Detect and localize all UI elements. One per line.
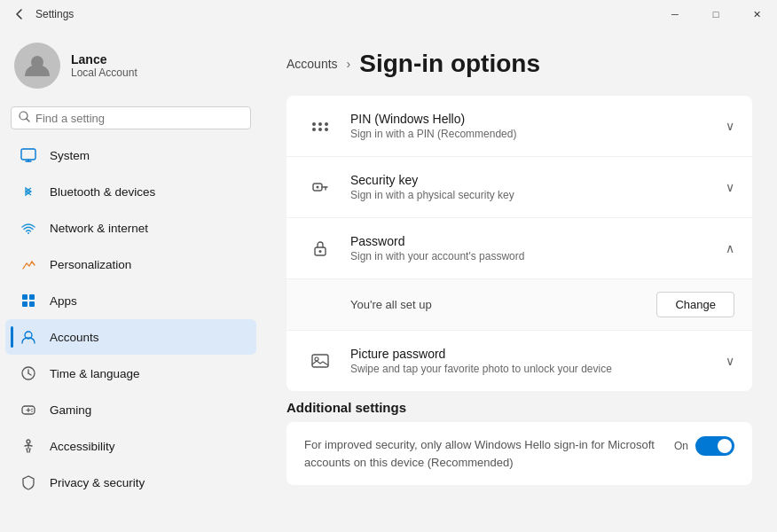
svg-point-24 — [312, 128, 316, 131]
user-profile[interactable]: Lance Local Account — [0, 28, 262, 103]
search-box[interactable] — [11, 106, 251, 129]
sidebar-item-bluetooth-label: Bluetooth & devices — [50, 185, 155, 199]
sidebar-item-accessibility-label: Accessibility — [50, 440, 115, 453]
pin-chevron: ∨ — [726, 119, 734, 133]
main-content: Accounts › Sign-in options — [262, 28, 777, 532]
breadcrumb[interactable]: Accounts — [286, 57, 338, 71]
svg-rect-8 — [29, 294, 35, 300]
additional-settings-card: For improved security, only allow Window… — [286, 422, 752, 485]
sidebar-item-gaming[interactable]: Gaming — [5, 392, 256, 427]
breadcrumb-separator: › — [347, 57, 351, 71]
svg-rect-33 — [312, 355, 328, 367]
network-icon — [20, 219, 37, 237]
svg-point-32 — [319, 250, 322, 253]
user-info: Lance Local Account — [71, 52, 137, 79]
titlebar-title: Settings — [35, 8, 74, 20]
search-input[interactable] — [35, 112, 243, 125]
svg-point-30 — [317, 186, 319, 189]
password-title: Password — [350, 234, 711, 248]
sidebar-item-network[interactable]: Network & internet — [5, 210, 256, 246]
svg-point-25 — [318, 128, 322, 131]
system-icon — [20, 146, 37, 164]
password-setting[interactable]: Password Sign in with your account's pas… — [286, 218, 752, 279]
password-icon — [304, 232, 336, 264]
titlebar: Settings ─ □ ✕ — [0, 0, 777, 28]
change-password-button[interactable]: Change — [656, 292, 734, 317]
sidebar-item-personalization[interactable]: Personalization — [5, 246, 256, 282]
page-header: Accounts › Sign-in options — [286, 50, 752, 78]
apps-icon — [20, 292, 37, 309]
picture-password-text: Picture password Swipe and tap your favo… — [350, 347, 711, 375]
back-button[interactable] — [11, 5, 28, 23]
pin-setting[interactable]: PIN (Windows Hello) Sign in with a PIN (… — [286, 96, 752, 157]
sidebar-item-personalization-label: Personalization — [50, 258, 131, 271]
time-icon — [20, 364, 37, 382]
additional-settings-header: Additional settings — [286, 400, 752, 415]
picture-password-title: Picture password — [350, 347, 711, 361]
sidebar-item-privacy[interactable]: Privacy & security — [5, 465, 256, 500]
windows-hello-toggle[interactable] — [695, 436, 734, 456]
privacy-icon — [20, 473, 37, 491]
sidebar-item-accessibility[interactable]: Accessibility — [5, 428, 256, 464]
security-key-title: Security key — [350, 173, 711, 187]
svg-rect-10 — [29, 301, 35, 307]
gaming-icon — [20, 401, 37, 419]
svg-point-23 — [325, 122, 328, 126]
svg-point-18 — [31, 409, 33, 411]
sidebar-item-accounts[interactable]: Accounts — [5, 319, 256, 355]
nav-list: System Bluetooth & devices — [0, 137, 262, 501]
svg-rect-7 — [22, 294, 27, 300]
svg-line-14 — [28, 373, 31, 375]
password-text: Password Sign in with your account's pas… — [350, 234, 711, 262]
password-status: You're all set up — [350, 298, 432, 311]
sidebar-item-apps-label: Apps — [50, 294, 77, 308]
sidebar-item-gaming-label: Gaming — [50, 403, 91, 417]
pin-text: PIN (Windows Hello) Sign in with a PIN (… — [350, 112, 711, 140]
maximize-button[interactable]: □ — [695, 0, 736, 28]
personalization-icon — [20, 255, 37, 273]
pin-icon — [304, 110, 336, 142]
password-expanded: You're all set up Change — [286, 279, 752, 331]
sidebar-item-accounts-label: Accounts — [50, 331, 99, 344]
window-controls: ─ □ ✕ — [655, 0, 777, 28]
svg-point-26 — [325, 128, 328, 131]
sidebar-item-time-label: Time & language — [50, 367, 140, 380]
svg-point-21 — [312, 122, 316, 126]
security-key-setting[interactable]: Security key Sign in with a physical sec… — [286, 157, 752, 218]
password-desc: Sign in with your account's password — [350, 250, 711, 262]
bluetooth-icon — [20, 183, 37, 200]
accessibility-icon — [20, 437, 37, 455]
avatar — [14, 43, 60, 89]
security-key-desc: Sign in with a physical security key — [350, 189, 711, 201]
svg-rect-9 — [22, 301, 27, 307]
svg-point-19 — [31, 411, 33, 412]
svg-point-22 — [318, 122, 322, 126]
minimize-button[interactable]: ─ — [655, 0, 695, 28]
sidebar-item-apps[interactable]: Apps — [5, 283, 256, 318]
search-icon — [19, 111, 30, 125]
additional-settings-text: For improved security, only allow Window… — [304, 436, 660, 471]
signin-options-section: PIN (Windows Hello) Sign in with a PIN (… — [286, 96, 752, 391]
toggle-label: On — [674, 440, 688, 452]
sidebar: Lance Local Account — [0, 28, 262, 532]
svg-point-6 — [27, 232, 29, 234]
pin-title: PIN (Windows Hello) — [350, 112, 711, 126]
close-button[interactable]: ✕ — [736, 0, 777, 28]
sidebar-item-time[interactable]: Time & language — [5, 356, 256, 391]
accounts-icon — [20, 328, 37, 346]
sidebar-item-bluetooth[interactable]: Bluetooth & devices — [5, 174, 256, 209]
user-type: Local Account — [71, 66, 137, 79]
svg-point-20 — [27, 440, 30, 443]
toggle-container: On — [674, 436, 734, 456]
password-chevron: ∧ — [726, 241, 734, 255]
security-key-chevron: ∨ — [726, 180, 734, 194]
picture-password-setting[interactable]: Picture password Swipe and tap your favo… — [286, 331, 752, 391]
svg-line-2 — [27, 119, 29, 121]
picture-password-desc: Swipe and tap your favorite photo to unl… — [350, 363, 711, 375]
svg-rect-3 — [21, 149, 35, 160]
user-name: Lance — [71, 52, 137, 66]
sidebar-item-system[interactable]: System — [5, 137, 256, 173]
sidebar-item-network-label: Network & internet — [50, 222, 148, 235]
security-key-icon — [304, 171, 336, 203]
picture-password-icon — [304, 345, 336, 377]
